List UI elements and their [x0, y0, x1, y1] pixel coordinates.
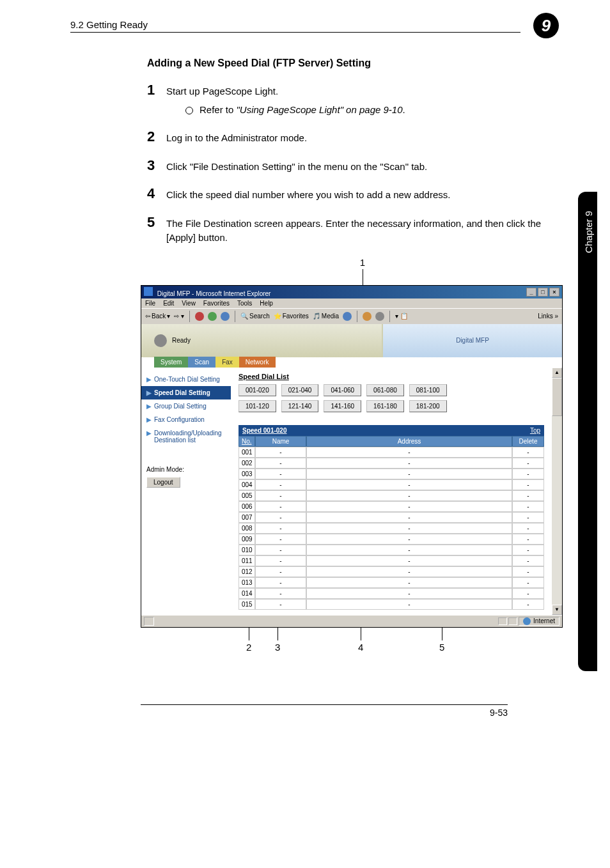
table-cell: -	[512, 577, 544, 588]
step-text: Log in to the Administrator mode.	[166, 131, 307, 146]
back-button[interactable]: ⇦ Back ▾	[145, 313, 170, 320]
menu-file[interactable]: File	[145, 300, 155, 307]
step-number: 1	[147, 82, 166, 98]
col-delete: Delete	[512, 436, 544, 447]
table-cell: 014	[239, 588, 255, 599]
status-text: Ready	[172, 337, 191, 344]
address-dropdown-icon[interactable]: ▾ 📋	[395, 313, 408, 320]
range-button[interactable]: 081-100	[409, 384, 447, 396]
search-button[interactable]: 🔍Search	[240, 313, 270, 320]
table-row[interactable]: 015---	[239, 599, 544, 610]
menu-favorites[interactable]: Favorites	[203, 300, 230, 307]
table-row[interactable]: 013---	[239, 577, 544, 588]
sidebar-item-label: One-Touch Dial Setting	[154, 376, 220, 383]
table-row[interactable]: 007---	[239, 512, 544, 523]
favorites-button[interactable]: ⭐Favorites	[274, 313, 309, 320]
table-cell: -	[306, 545, 512, 555]
table-cell: -	[512, 523, 544, 534]
scroll-down-button[interactable]: ▼	[552, 605, 562, 615]
menu-view[interactable]: View	[182, 300, 196, 307]
table-cell: -	[512, 490, 544, 501]
menu-edit[interactable]: Edit	[163, 300, 174, 307]
table-cell: -	[255, 534, 306, 545]
print-icon[interactable]	[375, 312, 384, 321]
stop-icon[interactable]	[195, 312, 204, 321]
status-left-icon	[144, 617, 154, 626]
forward-button[interactable]: ⇨ ▾	[174, 313, 184, 320]
ie-icon	[144, 287, 153, 296]
banner-status: Ready	[141, 324, 383, 357]
links-label[interactable]: Links »	[538, 313, 558, 320]
table-row[interactable]: 004---	[239, 479, 544, 490]
range-button[interactable]: 101-120	[239, 400, 276, 412]
callout: 5	[439, 628, 444, 653]
scroll-up-button[interactable]: ▲	[552, 368, 562, 378]
sidebar-item[interactable]: ▶Downloading/Uploading Destination list	[141, 426, 231, 447]
range-button[interactable]: 061-080	[366, 384, 404, 396]
sidebar-item[interactable]: ▶One-Touch Dial Setting	[141, 373, 231, 386]
content-pane: Speed Dial List 001-020021-040041-060061…	[231, 368, 552, 615]
table-row[interactable]: 012---	[239, 566, 544, 577]
vertical-scrollbar[interactable]: ▲ ▼	[552, 368, 562, 615]
range-button[interactable]: 021-040	[281, 384, 319, 396]
menu-tools[interactable]: Tools	[237, 300, 252, 307]
menu-help[interactable]: Help	[260, 300, 273, 307]
refresh-icon[interactable]	[208, 312, 217, 321]
close-button[interactable]: ×	[549, 288, 559, 297]
table-cell: -	[255, 599, 306, 610]
tab-scan[interactable]: Scan	[188, 357, 215, 368]
arrow-icon: ▶	[146, 430, 152, 437]
sidebar-item[interactable]: ▶Speed Dial Setting	[141, 386, 231, 399]
tab-fax[interactable]: Fax	[215, 357, 239, 368]
table-cell: -	[255, 447, 306, 458]
admin-mode-label: Admin Mode:	[146, 466, 226, 473]
range-button[interactable]: 181-200	[409, 400, 447, 412]
scroll-track[interactable]	[552, 416, 562, 605]
table-cell: -	[306, 534, 512, 545]
table-row[interactable]: 014---	[239, 588, 544, 599]
scroll-thumb[interactable]	[552, 378, 562, 416]
tab-network[interactable]: Network	[239, 357, 276, 368]
table-cell: -	[512, 555, 544, 566]
toolbar-left: ⇦ Back ▾ ⇨ ▾ 🔍Search ⭐Favorites 🎵Media ▾…	[145, 311, 408, 322]
top-link[interactable]: Top	[512, 425, 544, 436]
media-button[interactable]: 🎵Media	[313, 313, 339, 320]
range-button[interactable]: 141-160	[324, 400, 361, 412]
table-row[interactable]: 002---	[239, 458, 544, 469]
table-row[interactable]: 009---	[239, 534, 544, 545]
callout-label: 5	[439, 642, 444, 653]
minimize-button[interactable]: _	[526, 288, 536, 297]
logout-button[interactable]: Logout	[146, 477, 180, 488]
range-button[interactable]: 161-180	[366, 400, 404, 412]
table-row[interactable]: 010---	[239, 545, 544, 555]
range-button[interactable]: 001-020	[239, 384, 276, 396]
table-row[interactable]: 005---	[239, 490, 544, 501]
banner-product: Digital MFP	[383, 324, 562, 357]
maximize-button[interactable]: □	[538, 288, 548, 297]
table-row[interactable]: 001---	[239, 447, 544, 458]
sidebar-item[interactable]: ▶Fax Configuration	[141, 413, 231, 426]
range-button[interactable]: 121-140	[281, 400, 319, 412]
step-text: Start up PageScope Light.Refer to "Using…	[166, 84, 405, 117]
step-text: Click "File Destination Setting" in the …	[166, 160, 427, 174]
table-cell: -	[512, 566, 544, 577]
table-cell: -	[306, 458, 512, 469]
callout-label: 2	[246, 642, 251, 653]
callout-line	[442, 628, 442, 640]
range-row-1: 001-020021-040041-060061-080081-100	[239, 384, 544, 396]
range-button[interactable]: 041-060	[324, 384, 361, 396]
mail-icon[interactable]	[363, 312, 371, 321]
table-row[interactable]: 006---	[239, 501, 544, 512]
table-cell: -	[255, 479, 306, 490]
table-row[interactable]: 003---	[239, 469, 544, 479]
tab-system[interactable]: System	[154, 357, 188, 368]
step: 4Click the speed dial number where you w…	[147, 185, 559, 203]
table-row[interactable]: 008---	[239, 523, 544, 534]
table-cell: -	[306, 501, 512, 512]
history-icon[interactable]	[343, 312, 352, 321]
table-cell: -	[306, 512, 512, 523]
home-icon[interactable]	[221, 312, 230, 321]
sidebar-item[interactable]: ▶Group Dial Setting	[141, 399, 231, 413]
step-number: 4	[147, 185, 166, 202]
table-row[interactable]: 011---	[239, 555, 544, 566]
